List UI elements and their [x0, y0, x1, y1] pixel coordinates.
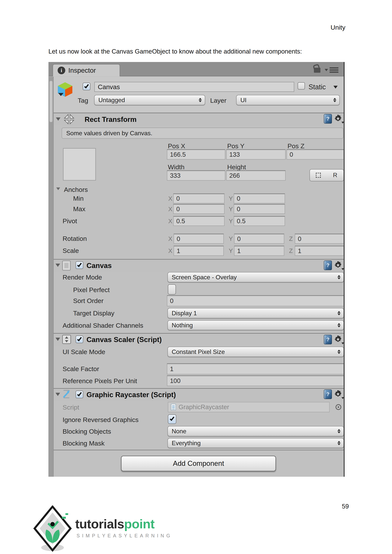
foldout-triangle-icon[interactable] [56, 118, 61, 121]
width-label: Width [168, 163, 184, 171]
pos-x-field[interactable]: 166.5 [167, 149, 225, 159]
sort-order-field[interactable]: 0 [167, 295, 344, 306]
panel-menu-icon[interactable] [329, 67, 338, 74]
axis-x-label: X [168, 247, 172, 254]
blueprint-mode-button[interactable] [309, 169, 327, 181]
tutorialspoint-logo [33, 506, 72, 553]
intro-text: Let us now look at the Canvas GameObject… [49, 48, 350, 55]
ui-scale-mode-label: UI Scale Mode [63, 348, 105, 356]
pivot-y-field[interactable]: 0.5 [234, 216, 285, 226]
render-mode-dropdown[interactable]: Screen Space - Overlay [168, 272, 344, 282]
help-book-icon[interactable]: ? [324, 114, 332, 124]
updown-arrows-icon [333, 97, 336, 103]
ignore-reversed-graphics-label: Ignore Reversed Graphics [63, 416, 139, 423]
scale-factor-field[interactable]: 1 [167, 363, 344, 374]
tag-dropdown[interactable]: Untagged [94, 95, 205, 105]
axis-x-label: X [168, 235, 172, 242]
script-object-field[interactable]: GraphicRaycaster [168, 402, 329, 412]
pixel-perfect-label: Pixel Perfect [73, 286, 110, 294]
blocking-objects-dropdown[interactable]: None [168, 426, 344, 436]
reference-ppu-field[interactable]: 100 [167, 375, 344, 386]
inspector-topbar: i Inspector [49, 62, 344, 76]
graphic-raycaster-title: Graphic Raycaster (Script) [86, 391, 176, 399]
canvas-component-title: Canvas [86, 262, 112, 270]
foldout-triangle-icon[interactable] [56, 393, 60, 396]
height-field[interactable]: 266 [226, 170, 286, 180]
object-picker-icon[interactable] [336, 404, 341, 410]
brand-tagline: SIMPLYEASYLEARNING [77, 533, 172, 539]
pivot-x-field[interactable]: 0.5 [173, 216, 224, 226]
target-display-label: Target Display [73, 310, 114, 317]
layer-label: Layer [210, 97, 226, 104]
axis-y-label: Y [229, 195, 233, 202]
rotation-z-field[interactable]: 0 [295, 234, 344, 244]
lock-icon[interactable] [314, 68, 320, 73]
gear-icon[interactable] [333, 335, 343, 344]
rect-transform-title: Rect Transform [84, 116, 136, 124]
scale-y-field[interactable]: 1 [234, 246, 284, 256]
anchors-label: Anchors [64, 186, 88, 194]
width-field[interactable]: 333 [167, 170, 225, 180]
pos-y-label: Pos Y [227, 142, 245, 150]
tab-inspector[interactable]: i Inspector [53, 64, 120, 76]
blocking-mask-dropdown[interactable]: Everything [168, 438, 344, 448]
gameobject-cube-icon[interactable] [57, 82, 73, 97]
gameobject-active-checkbox[interactable] [83, 83, 90, 90]
brand-point: point [124, 517, 154, 531]
canvas-scaler-enabled-checkbox[interactable] [76, 336, 83, 343]
help-book-icon[interactable]: ? [324, 261, 332, 270]
page-number: 59 [342, 503, 349, 510]
foldout-triangle-icon[interactable] [56, 338, 60, 341]
target-display-dropdown[interactable]: Display 1 [168, 308, 344, 318]
axis-y-label: Y [229, 206, 233, 213]
gear-icon[interactable] [333, 114, 343, 124]
blocking-objects-label: Blocking Objects [63, 428, 111, 435]
static-label: Static [308, 83, 326, 91]
help-book-icon[interactable]: ? [324, 335, 332, 344]
canvas-component-icon [62, 261, 71, 270]
scale-z-field[interactable]: 1 [295, 246, 344, 256]
updown-arrows-icon [337, 429, 341, 434]
gear-icon[interactable] [333, 261, 343, 270]
graphic-raycaster-enabled-checkbox[interactable] [76, 391, 83, 398]
ui-scale-mode-dropdown[interactable]: Constant Pixel Size [168, 347, 344, 357]
gameobject-name-input[interactable]: Canvas [94, 82, 294, 92]
rotation-x-field[interactable]: 0 [174, 234, 224, 244]
updown-arrows-icon [337, 311, 341, 316]
updown-arrows-icon [199, 97, 202, 103]
scale-x-field[interactable]: 1 [174, 246, 224, 256]
scrollbar-thumb[interactable] [49, 81, 52, 122]
brand-tutorials: tutorials [75, 517, 124, 531]
anchors-max-x-field[interactable]: 0 [173, 204, 224, 214]
sort-order-label: Sort Order [73, 297, 104, 305]
anchors-min-x-field[interactable]: 0 [173, 194, 224, 203]
anchors-max-label: Max [73, 205, 85, 213]
help-book-icon[interactable]: ? [324, 389, 332, 399]
pos-y-field[interactable]: 133 [226, 149, 286, 159]
left-panel-edge [49, 77, 54, 477]
anchors-max-y-field[interactable]: 0 [234, 204, 285, 214]
axis-z-label: Z [289, 235, 293, 242]
shader-channels-dropdown[interactable]: Nothing [168, 320, 344, 330]
rotation-y-field[interactable]: 0 [234, 234, 284, 244]
foldout-triangle-icon[interactable] [56, 264, 60, 267]
ignore-reversed-graphics-checkbox[interactable] [168, 414, 176, 424]
updown-arrows-icon [337, 275, 341, 280]
pos-z-field[interactable]: 0 [287, 149, 344, 159]
scale-factor-label: Scale Factor [63, 365, 99, 373]
pixel-perfect-checkbox[interactable] [168, 284, 176, 295]
anchors-foldout-icon[interactable] [56, 187, 60, 190]
raw-edit-mode-button[interactable]: R [327, 169, 344, 181]
static-checkbox[interactable] [298, 82, 305, 90]
gear-icon[interactable] [333, 389, 343, 399]
canvas-scaler-title: Canvas Scaler (Script) [86, 336, 162, 344]
anchor-preview-box[interactable] [63, 148, 96, 180]
rotation-label: Rotation [63, 235, 87, 242]
rect-transform-icon [63, 114, 75, 125]
static-dropdown-icon[interactable] [333, 86, 338, 89]
layer-dropdown[interactable]: UI [236, 95, 340, 105]
script-label: Script [63, 404, 79, 411]
canvas-enabled-checkbox[interactable] [76, 261, 83, 269]
add-component-button[interactable]: Add Component [121, 456, 276, 471]
anchors-min-y-field[interactable]: 0 [234, 194, 285, 203]
